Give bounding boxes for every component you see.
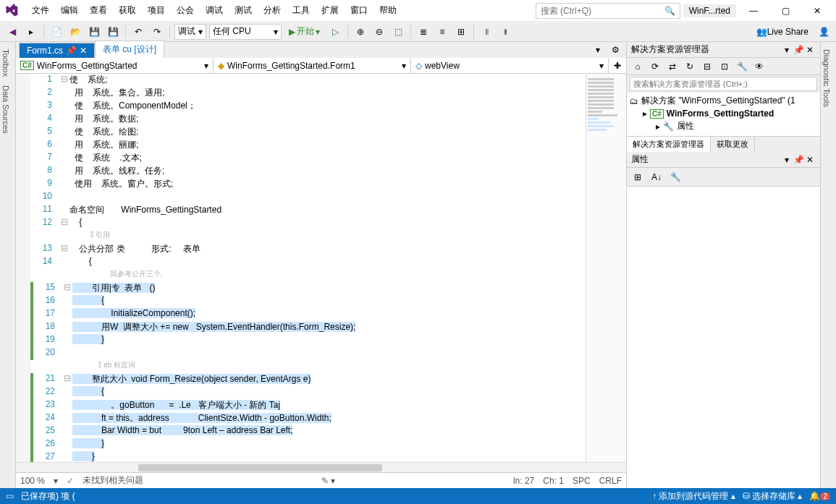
menu-tools[interactable]: 工具 bbox=[287, 1, 316, 20]
pencil-icon[interactable]: ✎ ▾ bbox=[321, 476, 335, 486]
pin-icon[interactable]: 📌 bbox=[793, 154, 804, 166]
tab-solution-explorer[interactable]: 解决方案资源管理器 bbox=[627, 137, 711, 152]
tree-project[interactable]: ▸C#WinForms_GettingStarted bbox=[630, 108, 817, 119]
tb-icon-2[interactable]: ⊖ bbox=[371, 24, 387, 40]
menu-help[interactable]: 帮助 bbox=[373, 1, 402, 20]
diagnostic-tools-tab[interactable]: Diagnostic Tools bbox=[821, 45, 832, 111]
wrench-icon[interactable]: 🔧 bbox=[667, 169, 683, 185]
margin bbox=[16, 74, 30, 462]
maximize-button[interactable]: ▢ bbox=[771, 2, 800, 20]
forward-button[interactable]: ▸ bbox=[23, 24, 39, 40]
categorize-icon[interactable]: ⊞ bbox=[630, 169, 646, 185]
menu-extensions[interactable]: 扩展 bbox=[316, 1, 345, 20]
config-combo[interactable]: 调试 ▾ bbox=[174, 24, 206, 40]
switch-view-icon[interactable]: ⟳ bbox=[647, 59, 663, 74]
tb-icon-1[interactable]: ⊕ bbox=[352, 24, 368, 40]
tree-solution[interactable]: 🗂解决方案 "WinForms_GettingStarted" (1 bbox=[630, 94, 817, 108]
properties-header: 属性 ▾ 📌 ✕ bbox=[627, 152, 820, 168]
ins-mode: SPC bbox=[573, 476, 591, 486]
search-input[interactable] bbox=[541, 6, 664, 16]
minimize-button[interactable]: — bbox=[739, 2, 768, 20]
menu-git[interactable]: 获取 bbox=[113, 1, 142, 20]
nav-class[interactable]: ◆WinForms_GettingStarted.Form1▾ bbox=[214, 58, 411, 73]
menu-project[interactable]: 项目 bbox=[142, 1, 171, 20]
panel-close-icon[interactable]: ✕ bbox=[804, 154, 816, 166]
undo-button[interactable]: ↶ bbox=[130, 24, 146, 40]
liveshare-button[interactable]: 👥 Live Share bbox=[752, 24, 813, 40]
start-button[interactable]: ▶ 开始 ▾ bbox=[284, 24, 324, 40]
home-icon[interactable]: ⌂ bbox=[630, 59, 646, 74]
tb-align-2[interactable]: ≡ bbox=[434, 24, 450, 40]
code-editor[interactable]: 1⊟使 系统;2 用 系统。集合。通用;3 使 系统。ComponentMode… bbox=[30, 74, 586, 462]
save-all-button[interactable]: 💾 bbox=[105, 24, 121, 40]
gear-icon[interactable]: ⚙ bbox=[607, 42, 623, 58]
collapse-icon[interactable]: ⊟ bbox=[699, 59, 715, 74]
ready-text: 已保存项) 项 ( bbox=[21, 490, 75, 503]
menu-view[interactable]: 查看 bbox=[84, 1, 113, 20]
solution-tabs: 解决方案资源管理器 获取更改 bbox=[627, 136, 820, 152]
doc-tab-designer[interactable]: 表单 cu [设计] bbox=[95, 40, 164, 58]
back-button[interactable]: ◀ bbox=[4, 24, 20, 40]
sync-icon[interactable]: ⇄ bbox=[664, 59, 680, 74]
panel-dropdown-icon[interactable]: ▾ bbox=[781, 44, 793, 56]
menu-build[interactable]: 公会 bbox=[171, 1, 200, 20]
search-icon[interactable]: 🔍 bbox=[664, 6, 675, 16]
refresh-icon[interactable]: ↻ bbox=[682, 59, 698, 74]
notifications[interactable]: 🔔2 bbox=[809, 491, 830, 501]
sort-icon[interactable]: A↓ bbox=[649, 169, 664, 185]
solution-search-input[interactable] bbox=[630, 77, 817, 91]
menu-edit[interactable]: 编辑 bbox=[55, 1, 84, 20]
toolbox-tab[interactable]: Toolbox bbox=[0, 45, 12, 81]
right-sidebar: Diagnostic Tools bbox=[820, 42, 836, 488]
doc-dropdown-icon[interactable]: ▾ bbox=[590, 42, 606, 58]
new-button[interactable]: 📄 bbox=[48, 24, 64, 40]
tb-dist-1[interactable]: ⫴ bbox=[478, 24, 494, 40]
properties-icon[interactable]: 🔧 bbox=[734, 59, 750, 74]
no-issues[interactable]: 未找到相关问题 bbox=[83, 474, 143, 487]
panel-dropdown-icon[interactable]: ▾ bbox=[781, 154, 793, 166]
platform-combo[interactable]: 任何 CPU ▾ bbox=[209, 24, 282, 40]
menu-debug[interactable]: 调试 bbox=[200, 1, 229, 20]
status-bar: ▭ 已保存项) 项 ( ↑ 添加到源代码管理 ▴ ⛁ 选择存储库 ▴ 🔔2 bbox=[0, 488, 836, 504]
editor-column: Form1.cs 📌 ✕ 表单 cu [设计] ▾ ⚙ C#WinForms_G… bbox=[16, 42, 626, 488]
split-view-button[interactable]: ✚ bbox=[609, 58, 626, 73]
nav-member[interactable]: ◇webView▾ bbox=[411, 58, 609, 73]
redo-button[interactable]: ↷ bbox=[149, 24, 165, 40]
search-box[interactable]: 🔍 bbox=[536, 3, 680, 19]
minimap[interactable] bbox=[586, 74, 626, 462]
data-sources-tab[interactable]: Data Sources bbox=[0, 81, 12, 138]
tb-align-1[interactable]: ≣ bbox=[415, 24, 431, 40]
pin-icon[interactable]: 📌 bbox=[66, 46, 77, 56]
tree-properties[interactable]: ▸🔧属性 bbox=[630, 119, 817, 133]
tab-git-changes[interactable]: 获取更改 bbox=[711, 137, 755, 152]
panel-close-icon[interactable]: ✕ bbox=[804, 44, 816, 56]
cs-project-icon: C# bbox=[650, 109, 664, 119]
tb-align-3[interactable]: ⊞ bbox=[453, 24, 469, 40]
tb-dist-2[interactable]: ⫵ bbox=[497, 24, 513, 40]
save-button[interactable]: 💾 bbox=[86, 24, 102, 40]
nav-project[interactable]: C#WinForms_GettingStarted▾ bbox=[16, 58, 214, 73]
doc-tab-form1cs[interactable]: Form1.cs 📌 ✕ bbox=[19, 43, 95, 58]
pin-icon[interactable]: 📌 bbox=[793, 44, 804, 56]
show-all-icon[interactable]: ⊡ bbox=[717, 59, 732, 74]
menu-analyze[interactable]: 分析 bbox=[258, 1, 287, 20]
start-no-debug-button[interactable]: ▷ bbox=[327, 24, 343, 40]
add-to-source-control[interactable]: ↑ 添加到源代码管理 ▴ bbox=[652, 490, 735, 503]
horizontal-scrollbar[interactable] bbox=[16, 462, 626, 472]
close-tab-icon[interactable]: ✕ bbox=[80, 46, 87, 56]
menu-window[interactable]: 窗口 bbox=[345, 1, 373, 20]
account-button[interactable]: 👤 bbox=[816, 24, 832, 40]
open-button[interactable]: 📂 bbox=[67, 24, 83, 40]
close-button[interactable]: ✕ bbox=[803, 2, 832, 20]
tb-icon-3[interactable]: ⬚ bbox=[390, 24, 406, 40]
select-repo[interactable]: ⛁ 选择存储库 ▴ bbox=[743, 490, 803, 503]
preview-icon[interactable]: 👁 bbox=[751, 59, 767, 74]
menu-file[interactable]: 文件 bbox=[26, 1, 55, 20]
solution-icon: 🗂 bbox=[630, 96, 638, 106]
properties-grid[interactable] bbox=[627, 187, 820, 488]
solution-tree[interactable]: 🗂解决方案 "WinForms_GettingStarted" (1 ▸C#Wi… bbox=[627, 93, 820, 136]
titlebar: 文件 编辑 查看 获取 项目 公会 调试 测试 分析 工具 扩展 窗口 帮助 🔍… bbox=[0, 0, 836, 22]
zoom-combo[interactable]: 100 % bbox=[20, 476, 45, 486]
right-panels: 解决方案资源管理器 ▾ 📌 ✕ ⌂ ⟳ ⇄ ↻ ⊟ ⊡ 🔧 👁 🗂解决方案 "W… bbox=[626, 42, 820, 488]
menu-test[interactable]: 测试 bbox=[229, 1, 258, 20]
